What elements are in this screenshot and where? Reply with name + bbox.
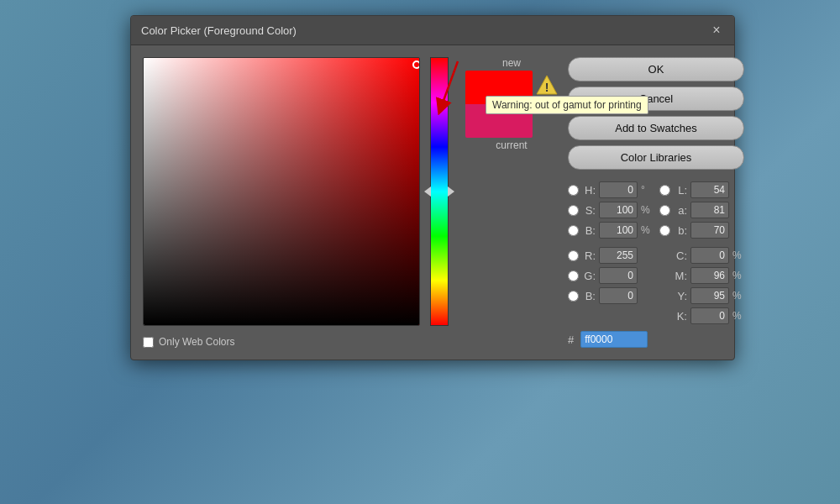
gamut-and-preview: ! Warning: out of gamut for printing [465, 71, 558, 138]
fields-col-right: L: a: b: [659, 181, 744, 324]
gamut-warning-tooltip: Warning: out of gamut for printing [486, 96, 648, 114]
input-L[interactable] [690, 181, 729, 198]
input-S[interactable] [599, 202, 638, 218]
unit-M: % [732, 270, 744, 281]
unit-H: ° [641, 184, 653, 196]
field-row-b2: b: [659, 222, 744, 239]
hue-strip[interactable] [430, 57, 449, 326]
fields-area: H: ° S: % B: [568, 181, 744, 348]
color-field[interactable] [143, 57, 420, 326]
radio-B2[interactable] [568, 291, 579, 302]
close-button[interactable]: × [709, 23, 724, 38]
left-panel: Only Web Colors [143, 57, 420, 348]
picker-circle [412, 60, 420, 69]
color-field-wrap [143, 57, 420, 326]
input-C[interactable] [690, 247, 729, 264]
unit-S: % [641, 204, 653, 216]
unit-K: % [732, 310, 744, 322]
field-row-a: a: [659, 202, 744, 218]
label-G: G: [582, 270, 596, 282]
radio-L[interactable] [659, 185, 670, 196]
field-row-B: B: % [568, 222, 653, 239]
radio-S[interactable] [568, 205, 579, 216]
gamut-warning-container: ! Warning: out of gamut for printing [536, 71, 558, 96]
input-M[interactable] [690, 267, 729, 284]
current-label: current [496, 139, 527, 151]
input-b2[interactable] [690, 222, 729, 239]
field-row-G: G: [568, 267, 653, 284]
field-row-R: R: [568, 247, 653, 264]
input-Y[interactable] [690, 287, 729, 304]
input-B[interactable] [599, 222, 638, 239]
fields-col-left: H: ° S: % B: [568, 181, 653, 324]
only-web-colors-text: Only Web Colors [159, 336, 234, 348]
color-picker-dialog: Color Picker (Foreground Color) × Only W… [130, 15, 735, 360]
ok-button[interactable]: OK [568, 57, 744, 81]
label-S: S: [582, 204, 596, 217]
fields-row-HL: H: ° S: % B: [568, 181, 744, 324]
new-label: new [502, 57, 521, 69]
radio-R[interactable] [568, 250, 579, 261]
field-row-Y: Y: % [659, 287, 744, 304]
hex-input[interactable] [580, 331, 648, 348]
radio-H[interactable] [568, 185, 579, 196]
input-K[interactable] [690, 307, 729, 324]
radio-B[interactable] [568, 225, 579, 236]
label-R: R: [582, 249, 596, 262]
label-b2: b: [674, 224, 687, 237]
input-a[interactable] [690, 202, 729, 218]
dialog-titlebar: Color Picker (Foreground Color) × [131, 16, 734, 45]
svg-text:!: ! [545, 81, 549, 94]
hue-strip-wrap [430, 57, 449, 326]
input-H[interactable] [599, 181, 638, 198]
field-row-M: M: % [659, 267, 744, 284]
field-row-B2: B: [568, 287, 653, 304]
only-web-colors-checkbox[interactable] [143, 337, 154, 348]
input-R[interactable] [599, 247, 638, 264]
label-C: C: [674, 249, 687, 262]
add-to-swatches-button[interactable]: Add to Swatches [568, 116, 744, 140]
middle-panel [430, 57, 449, 348]
dialog-body: Only Web Colors new [131, 45, 734, 360]
only-web-colors-label[interactable]: Only Web Colors [143, 336, 420, 348]
field-row-K: K: % [659, 307, 744, 324]
radio-b2[interactable] [659, 225, 670, 236]
label-L: L: [674, 184, 687, 197]
hue-arrow-left [424, 186, 431, 197]
color-field-dark-overlay [144, 58, 419, 325]
field-row-L: L: [659, 181, 744, 198]
unit-B: % [641, 224, 653, 236]
hex-label: # [568, 333, 574, 346]
field-row-S: S: % [568, 202, 653, 218]
field-row-H: H: ° [568, 181, 653, 198]
color-field-gradient [144, 58, 419, 325]
label-B: B: [582, 224, 596, 237]
label-B2: B: [582, 290, 596, 302]
label-M: M: [674, 270, 687, 282]
input-B2[interactable] [599, 287, 638, 304]
label-Y: Y: [674, 290, 687, 302]
gamut-warning-icon[interactable]: ! [536, 74, 558, 96]
input-G[interactable] [599, 267, 638, 284]
label-K: K: [674, 310, 687, 323]
label-H: H: [582, 184, 596, 197]
dialog-title: Color Picker (Foreground Color) [141, 24, 297, 37]
radio-G[interactable] [568, 270, 579, 281]
unit-Y: % [732, 290, 744, 302]
unit-C: % [732, 249, 744, 261]
label-a: a: [674, 204, 687, 217]
preview-section: new ! Warning: out of gam [465, 57, 558, 348]
hex-row: # [568, 331, 744, 348]
hue-arrow-right [448, 186, 454, 197]
field-row-C: C: % [659, 247, 744, 264]
color-libraries-button[interactable]: Color Libraries [568, 145, 744, 170]
radio-a[interactable] [659, 205, 670, 216]
